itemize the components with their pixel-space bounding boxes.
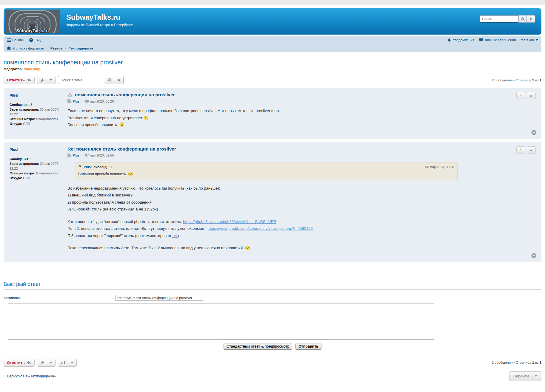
profile-from-row: Откуда: СПб: [10, 122, 59, 126]
post-paragraph: П.3 решается через "широкий" стиль (прок…: [67, 233, 535, 239]
profile-station-row: Станция метро: Владимирская: [10, 171, 59, 176]
private-messages-link[interactable]: Личные сообщения: [479, 38, 516, 42]
smiley-icon: [128, 171, 133, 176]
author-post-count-link[interactable]: 5: [30, 103, 32, 106]
post-title: Re: поменялся стиль конференции на prosi…: [67, 146, 535, 152]
here-link[interactable]: тут: [172, 233, 178, 238]
breadcrumb-board-index[interactable]: К списку форумов: [7, 46, 44, 50]
style-link[interactable]: https://phpbb3styles.net/db33/style/All …: [183, 219, 276, 224]
faq-link[interactable]: ? FAQ: [29, 38, 41, 42]
post-meta-author-link[interactable]: Plus!: [73, 154, 81, 157]
chevron-down-icon: [71, 362, 73, 363]
breadcrumb-category[interactable]: Разное: [50, 47, 62, 50]
quick-reply-heading-link[interactable]: Быстрый ответ: [4, 281, 41, 287]
subject-label: Заголовок:: [4, 296, 116, 300]
topic-tools-button-bottom[interactable]: [37, 359, 56, 367]
chevron-down-icon: [535, 375, 537, 377]
postbody: ! “ поменялся стиль конференции на prosi…: [62, 89, 540, 137]
quote-icon: “: [530, 97, 533, 98]
profile-station-row: Станция метро: Владимирская: [10, 117, 59, 122]
search-icon: [521, 17, 525, 21]
message-bubble-icon: [479, 38, 483, 42]
quote-backlink-arrow[interactable]: ↑: [110, 165, 112, 169]
site-title[interactable]: SubwayTalks.ru: [66, 13, 120, 21]
report-post-button[interactable]: !: [516, 92, 525, 99]
subject-input[interactable]: [116, 295, 203, 301]
chevron-down-icon: [50, 362, 52, 363]
author-username-link[interactable]: Plus!: [10, 147, 18, 152]
post-buttons: ! “: [516, 92, 536, 99]
search-input[interactable]: [480, 15, 518, 23]
topic-tools-button[interactable]: [37, 76, 56, 84]
moderator-line: Модератор: Nomernoy: [4, 67, 541, 71]
advanced-search-button[interactable]: [527, 15, 535, 23]
quick-links-menu[interactable]: Ссылки: [7, 38, 24, 42]
post-1: Plus! Сообщения: 5 Зарегистрирован: 30 а…: [4, 88, 541, 139]
reply-button-bottom[interactable]: Ответить: [4, 359, 35, 367]
author-username-link[interactable]: Plus!: [10, 93, 18, 98]
report-post-button[interactable]: !: [516, 146, 525, 154]
reply-button[interactable]: Ответить: [4, 76, 35, 84]
submit-button[interactable]: Отправить: [295, 343, 321, 350]
smiley-icon: [245, 245, 250, 250]
post-meta-author-link[interactable]: Plus!: [73, 100, 81, 103]
top-of-page-icon[interactable]: [531, 130, 536, 135]
smiley-icon: [119, 122, 124, 127]
quote-author-link[interactable]: Plus!: [84, 165, 92, 169]
post-paragraph: Как я понял п.1 для "свежих" версий phpb…: [67, 219, 535, 225]
quote-content: Большая просьба починить.: [78, 171, 454, 177]
author-post-count-link[interactable]: 5: [30, 157, 32, 161]
top-of-page-icon[interactable]: [531, 253, 536, 258]
post-content: Если я не ничего не попутал, то у меня в…: [67, 108, 535, 128]
post-paragraph: 2) профиль пользователя слева от сообщен…: [67, 199, 535, 205]
topic-search-advanced-button[interactable]: [114, 76, 124, 84]
breadcrumb: К списку форумов ‹ Разное ‹ Техподдержка: [7, 44, 538, 52]
section-divider: [4, 289, 541, 290]
username: mars1an: [521, 38, 534, 42]
profile-joined-row: Зарегистрирован: 30 апр 2007, 12:22: [10, 107, 59, 117]
pagination-top: 2 сообщения • Страница 1 из 1: [492, 78, 541, 82]
return-to-forum-link[interactable]: ‹ Вернуться в «Техподдержка»: [4, 374, 56, 378]
post-paragraph: По п.2. неясно, это часть стиля, или нет…: [67, 226, 535, 232]
sort-options-button[interactable]: [58, 359, 77, 367]
topic-search-button[interactable]: [105, 76, 114, 84]
permalink-page-icon[interactable]: [67, 154, 71, 157]
submit-row: Стандартный ответ & предпросмотр Отправи…: [4, 343, 541, 350]
jump-to-button[interactable]: Перейти: [509, 371, 541, 381]
breadcrumb-forum[interactable]: Техподдержка: [69, 47, 93, 50]
quote-post-button[interactable]: “: [527, 146, 536, 154]
quote-icon: “: [530, 151, 533, 152]
site-header: SubwayTalks.ru SubwayTalks.ru Форумы люб…: [4, 8, 541, 35]
topic-toolbar-bottom: Ответить: [4, 359, 541, 367]
post-paragraph: Пока переключился на стиль Aero. Там хот…: [67, 245, 535, 251]
message-textarea[interactable]: [8, 303, 434, 340]
permalink-page-icon[interactable]: [67, 99, 71, 103]
quote-post-button[interactable]: “: [527, 92, 536, 99]
profile-posts-row: Сообщения: 5: [10, 103, 59, 107]
back-chevron: ‹: [4, 374, 5, 378]
smiley-icon: [144, 115, 149, 120]
chevron-down-icon: [535, 39, 538, 41]
topic-title-link[interactable]: поменялся стиль конференции на prosilver: [4, 59, 123, 66]
post-meta: Plus! » 06 мар 2023, 08:20: [67, 99, 535, 103]
pagination-bottom: 2 сообщения • Страница 1 из 1: [492, 361, 541, 364]
post-title-link[interactable]: поменялся стиль конференции на prosilver: [75, 92, 175, 97]
notifications-link[interactable]: Уведомления: [447, 38, 474, 42]
topic-title: поменялся стиль конференции на prosilver: [4, 59, 541, 66]
topic-search-input[interactable]: [58, 76, 105, 84]
site-logo[interactable]: SubwayTalks.ru: [5, 10, 60, 33]
full-editor-button[interactable]: Стандартный ответ & предпросмотр: [224, 343, 292, 350]
post-author-profile: Plus! Сообщения: 5 Зарегистрирован: 30 а…: [5, 89, 62, 137]
chevron-down-icon: [50, 79, 52, 81]
user-menu[interactable]: mars1an: [521, 38, 538, 42]
post-title-link[interactable]: Re: поменялся стиль конференции на prosi…: [67, 146, 176, 152]
quote-date: 06 мар 2023, 08:20: [425, 165, 454, 170]
profile-posts-row: Сообщения: 5: [10, 157, 59, 162]
logo-caption: SubwayTalks.ru: [5, 28, 60, 33]
post-paragraph: 1) внешний вид близкий в subsilver2: [67, 192, 535, 198]
moderator-link[interactable]: Nomernoy: [24, 67, 40, 71]
search-button[interactable]: [518, 15, 527, 23]
topic-toolbar-top: Ответить: [4, 76, 541, 84]
sort-list-icon: [61, 361, 66, 364]
phpbb-topic-link[interactable]: https://www.phpbb.com/community/viewtopi…: [207, 226, 312, 231]
